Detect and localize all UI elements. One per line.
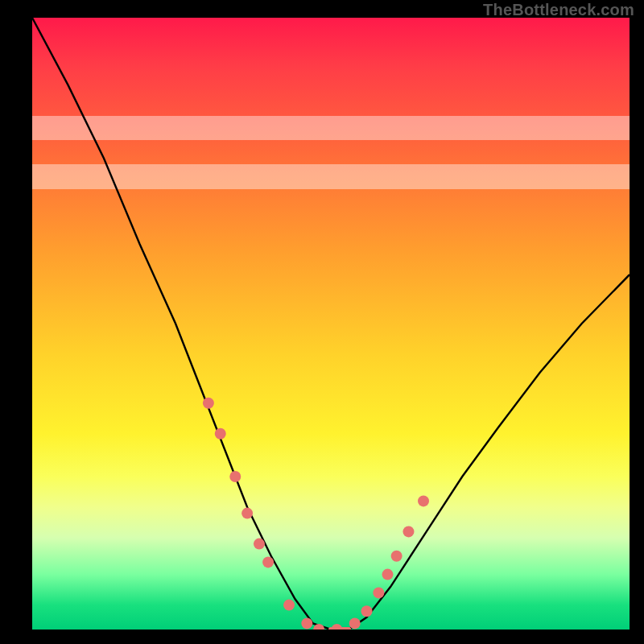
marker-dot [391,551,402,562]
marker-dot [361,605,373,617]
watermark: TheBottleneck.com [483,1,634,19]
marker-dot [373,587,384,598]
marker-group [203,398,429,630]
marker-dot [382,569,393,580]
marker-dot [349,617,361,629]
marker-dot [215,428,226,440]
marker-dot [301,617,312,629]
marker-dot [331,624,342,630]
bottleneck-curve [32,18,630,630]
marker-dot [229,471,241,482]
plot-area [32,18,630,630]
marker-dot [203,398,214,409]
marker-dot [262,556,274,568]
chart-svg [32,18,630,630]
marker-dot [402,526,414,537]
marker-dot [283,600,295,611]
marker-dot [242,508,253,519]
marker-dot [254,539,265,550]
marker-dot [418,495,429,506]
